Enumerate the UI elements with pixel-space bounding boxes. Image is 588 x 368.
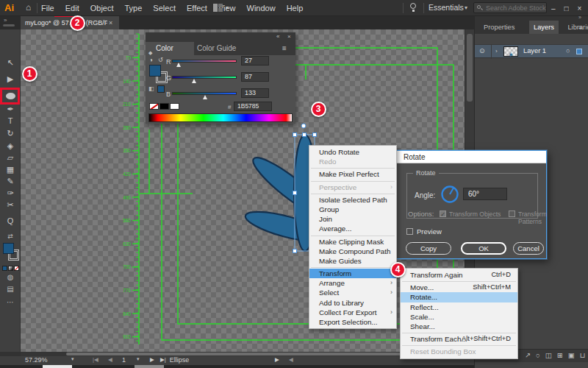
menu-item-undo-rotate[interactable]: Undo Rotate bbox=[309, 147, 396, 157]
menu-item-make-pixel-perfect[interactable]: Make Pixel Perfect bbox=[309, 169, 396, 179]
close-tab-icon[interactable]: × bbox=[109, 19, 112, 26]
channel-value-field[interactable]: 87 bbox=[241, 72, 269, 82]
direct-selection-tool[interactable]: ▶ bbox=[0, 74, 21, 84]
channel-value-field[interactable]: 133 bbox=[241, 88, 269, 98]
menu-item-make-guides[interactable]: Make Guides bbox=[309, 256, 396, 266]
color-panel-header[interactable]: « × bbox=[146, 32, 295, 42]
drawing-mode-icon[interactable]: ◍ bbox=[0, 273, 21, 281]
minimize-button[interactable]: – bbox=[551, 4, 556, 13]
tab-properties[interactable]: Properties bbox=[479, 21, 519, 34]
menu-item-transform[interactable]: Transform› bbox=[309, 269, 396, 278]
target-circle-icon[interactable]: ○ bbox=[566, 47, 570, 54]
rotate-tool[interactable]: ↻ bbox=[0, 128, 21, 138]
cancel-button[interactable]: Cancel bbox=[513, 242, 544, 255]
panel-fill-swatch[interactable] bbox=[149, 65, 161, 77]
paintbrush-tool[interactable]: ✑ bbox=[0, 188, 21, 198]
layer-name[interactable]: Layer 1 bbox=[523, 47, 546, 54]
close-button[interactable]: × bbox=[578, 4, 582, 13]
menu-item-collect-for-export[interactable]: Collect For Export› bbox=[309, 308, 396, 317]
menu-item-export-selection[interactable]: Export Selection... bbox=[309, 317, 396, 327]
menu-type[interactable]: Type bbox=[125, 4, 143, 13]
eyedropper-tool[interactable]: ✎ bbox=[0, 176, 21, 186]
menu-object[interactable]: Object bbox=[90, 4, 114, 13]
disclosure-chevron-icon[interactable]: › bbox=[495, 48, 498, 54]
menu-help[interactable]: Help bbox=[287, 4, 304, 13]
tab-color[interactable]: ◆Color bbox=[146, 42, 194, 55]
swap-fill-stroke-icon[interactable]: ⇄ bbox=[0, 233, 21, 240]
transform-objects-checkbox[interactable]: ✓ bbox=[440, 210, 446, 217]
menu-item-rotate[interactable]: Rotate... bbox=[401, 292, 517, 302]
panel-grip[interactable] bbox=[3, 24, 15, 26]
channel-slider[interactable] bbox=[172, 60, 237, 63]
type-tool[interactable]: T bbox=[0, 116, 21, 126]
first-artboard-icon[interactable]: |◀ bbox=[93, 356, 98, 363]
menu-file[interactable]: File bbox=[41, 4, 54, 13]
layer-thumbnail[interactable]: ✶ bbox=[503, 46, 518, 57]
menu-effect[interactable]: Effect bbox=[187, 4, 207, 13]
chevron-down-icon[interactable]: ▾ bbox=[226, 4, 229, 11]
delete-icon[interactable]: ⊔ bbox=[580, 351, 585, 359]
slider-thumb[interactable] bbox=[203, 95, 207, 99]
previous-artboard-icon[interactable]: ◀ bbox=[108, 356, 112, 363]
menu-item-make-compound-path[interactable]: Make Compound Path bbox=[309, 247, 396, 256]
panel-menu-icon[interactable]: ≡ bbox=[282, 44, 287, 52]
none-swatch[interactable] bbox=[149, 103, 159, 110]
horizontal-scrollbar-thumb[interactable] bbox=[66, 353, 423, 355]
menu-item-arrange[interactable]: Arrange› bbox=[309, 278, 396, 288]
tab-color-guide[interactable]: Color Guide bbox=[197, 42, 236, 55]
menu-item-make-clipping-mask[interactable]: Make Clipping Mask bbox=[309, 237, 396, 247]
eraser-tool[interactable]: ◈ bbox=[0, 141, 21, 151]
tab-layers[interactable]: Layers bbox=[529, 21, 559, 34]
discover-lightbulb-icon[interactable] bbox=[410, 3, 417, 13]
rectangle-tool[interactable]: ▦ bbox=[0, 164, 21, 174]
menu-item-redo[interactable]: Redo bbox=[309, 157, 396, 166]
menu-edit[interactable]: Edit bbox=[65, 4, 79, 13]
menu-item-select[interactable]: Select› bbox=[309, 288, 396, 297]
tab-libraries[interactable]: Libraries bbox=[563, 21, 588, 34]
workspace-switcher[interactable]: Essentials bbox=[429, 3, 464, 12]
menu-window[interactable]: Window bbox=[247, 4, 276, 13]
none-mode-swatch[interactable] bbox=[14, 266, 19, 271]
menu-item-shear[interactable]: Shear... bbox=[401, 322, 517, 331]
menu-item-move[interactable]: Move...Shift+Ctrl+M bbox=[401, 283, 517, 292]
dialog-title[interactable]: Rotate bbox=[397, 151, 546, 163]
menu-item-perspective[interactable]: Perspective› bbox=[309, 183, 396, 192]
menu-item-transform-again[interactable]: Transform AgainCtrl+D bbox=[401, 270, 517, 280]
slider-thumb[interactable] bbox=[176, 63, 181, 67]
pen-tool[interactable]: ✒ bbox=[0, 104, 21, 114]
menu-item-group[interactable]: Group bbox=[309, 205, 396, 214]
maximize-button[interactable]: □ bbox=[564, 4, 569, 13]
gradient-mode-swatch[interactable] bbox=[8, 266, 13, 271]
menu-item-isolate-selected-path[interactable]: Isolate Selected Path bbox=[309, 195, 396, 205]
visibility-eye-icon[interactable]: ⊙ bbox=[479, 47, 485, 54]
menu-item-scale[interactable]: Scale... bbox=[401, 312, 517, 322]
angle-dial-icon[interactable] bbox=[440, 185, 459, 204]
chevron-down-icon[interactable]: ▾ bbox=[137, 356, 140, 362]
locate-object-icon[interactable]: ○ bbox=[536, 351, 540, 359]
selection-indicator[interactable] bbox=[576, 49, 582, 54]
adobe-stock-search[interactable] bbox=[473, 2, 547, 13]
artboard-number[interactable]: 1 bbox=[122, 356, 126, 364]
make-mask-icon[interactable]: ◫ bbox=[545, 351, 552, 359]
scissors-tool[interactable]: ✂ bbox=[0, 199, 21, 210]
new-sublayer-icon[interactable]: ⊞ bbox=[557, 351, 563, 359]
channel-slider[interactable] bbox=[172, 76, 237, 79]
menu-item-average[interactable]: Average... bbox=[309, 224, 396, 233]
channel-value-field[interactable]: 27 bbox=[241, 56, 269, 66]
ok-button[interactable]: OK bbox=[461, 242, 506, 255]
zoom-tool[interactable]: Q bbox=[0, 216, 21, 226]
menu-item-add-to-library[interactable]: Add to Library bbox=[309, 298, 396, 308]
color-mode-swatch[interactable] bbox=[2, 266, 7, 271]
close-panel-icon[interactable]: × bbox=[287, 33, 291, 40]
arrange-documents-icon[interactable] bbox=[213, 4, 223, 12]
zoom-level[interactable]: 57.29% bbox=[25, 356, 48, 364]
transform-patterns-checkbox[interactable] bbox=[509, 210, 515, 217]
scale-tool[interactable]: ▱ bbox=[0, 152, 21, 163]
fill-color-swatch[interactable] bbox=[3, 243, 14, 254]
status-back-icon[interactable]: ◀ bbox=[289, 356, 293, 363]
collapse-icon[interactable]: » bbox=[4, 17, 7, 24]
home-icon[interactable]: ⌂ bbox=[26, 2, 31, 13]
black-swatch[interactable] bbox=[159, 103, 169, 110]
angle-input[interactable]: 60° bbox=[463, 188, 507, 200]
layer-row[interactable]: ⊙ › ✶ Layer 1 ○ bbox=[475, 44, 588, 58]
